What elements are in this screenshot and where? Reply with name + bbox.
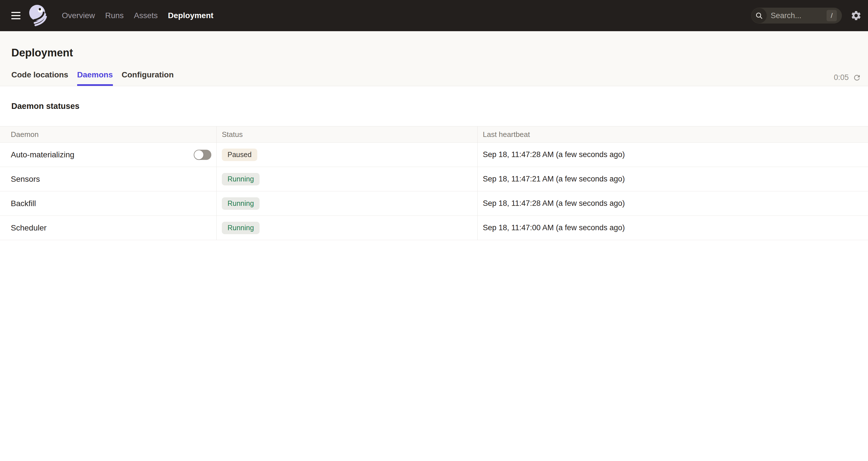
table-row: Scheduler Running Sep 18, 11:47:00 AM (a… [0,216,868,240]
gear-icon [850,10,862,21]
daemon-status-table: Daemon Status Last heartbeat Auto-materi… [0,126,868,240]
auto-materialize-toggle[interactable] [194,150,211,160]
daemon-name: Scheduler [11,223,46,232]
nav-item-assets[interactable]: Assets [134,11,158,20]
refresh-icon [853,73,861,82]
status-badge: Running [222,222,259,234]
last-heartbeat: Sep 18, 11:47:28 AM (a few seconds ago) [483,150,625,159]
nav-item-deployment[interactable]: Deployment [168,11,213,20]
tab-bar: Code locations Daemons Configuration [11,70,174,86]
column-header-last-heartbeat: Last heartbeat [483,130,530,139]
daemon-name: Backfill [11,199,36,208]
table-row: Backfill Running Sep 18, 11:47:28 AM (a … [0,191,868,216]
search-shortcut-key: / [827,10,837,21]
last-heartbeat: Sep 18, 11:47:21 AM (a few seconds ago) [483,175,625,184]
daemon-name: Auto-materializing [11,150,74,159]
table-row: Auto-materializing Paused Sep 18, 11:47:… [0,142,868,167]
column-header-status: Status [222,130,243,139]
status-badge: Running [222,173,259,186]
hamburger-icon [11,12,21,13]
primary-nav: Overview Runs Assets Deployment [62,11,213,20]
toggle-knob-icon [194,150,204,159]
page-header: Deployment Code locations Daemons Config… [0,31,868,86]
tab-daemons[interactable]: Daemons [77,70,113,86]
search-bar[interactable]: / [751,8,842,24]
dagster-logo-icon[interactable] [28,5,49,26]
table-header-row: Daemon Status Last heartbeat [0,127,868,142]
section-heading: Daemon statuses [0,93,868,119]
column-header-daemon: Daemon [11,130,38,139]
last-heartbeat: Sep 18, 11:47:00 AM (a few seconds ago) [483,223,625,232]
refresh-area: 0:05 [834,73,861,82]
menu-button[interactable] [11,12,21,19]
nav-item-runs[interactable]: Runs [105,11,124,20]
daemon-name: Sensors [11,175,40,184]
status-badge: Paused [222,149,257,161]
refresh-button[interactable] [853,73,861,82]
tab-configuration[interactable]: Configuration [122,70,174,86]
tab-code-locations[interactable]: Code locations [11,70,68,86]
topbar-right: / [751,8,868,24]
search-input[interactable] [770,11,815,21]
status-badge: Running [222,197,259,210]
settings-button[interactable] [850,10,862,21]
top-nav-bar: Overview Runs Assets Deployment / [0,0,868,31]
table-row: Sensors Running Sep 18, 11:47:21 AM (a f… [0,167,868,191]
search-icon [751,8,767,23]
last-heartbeat: Sep 18, 11:47:28 AM (a few seconds ago) [483,199,625,208]
nav-item-overview[interactable]: Overview [62,11,95,20]
daemons-content: Daemon statuses Daemon Status Last heart… [0,93,868,240]
page-title: Deployment [11,47,73,59]
refresh-countdown: 0:05 [834,73,849,82]
